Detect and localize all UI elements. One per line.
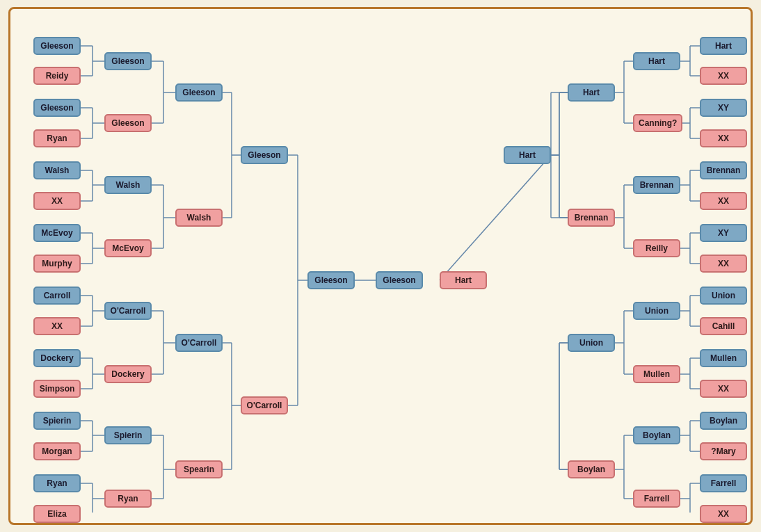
bracket-entry-r2_r1: Hart bbox=[700, 37, 747, 55]
bracket-entry-r4_1: Gleeson bbox=[241, 146, 288, 164]
bracket-entry-r2_r14: ?Mary bbox=[700, 442, 747, 460]
bracket-entry-r4_r3: Union bbox=[568, 334, 615, 352]
bracket-entry-r2_r4: XX bbox=[700, 129, 747, 147]
bracket-entry-r1_15: Ryan bbox=[33, 474, 81, 492]
bracket-entry-r2_6: Dockery bbox=[104, 365, 152, 383]
bracket-entry-r4_2: O'Carroll bbox=[241, 396, 288, 414]
bracket-entry-r1_5: Walsh bbox=[33, 161, 81, 179]
svg-line-61 bbox=[440, 155, 551, 280]
bracket-entry-r4_r4: Boylan bbox=[568, 460, 615, 478]
bracket-entry-r2_1: Gleeson bbox=[104, 52, 152, 70]
bracket-entry-r1_13: Spierin bbox=[33, 412, 81, 430]
bracket-entry-r3_r8: Farrell bbox=[633, 490, 680, 508]
bracket-entry-r2_r9: Union bbox=[700, 287, 747, 305]
bracket-entry-r1_8: Murphy bbox=[33, 255, 81, 273]
bracket-entry-r3_r3: Brennan bbox=[633, 176, 680, 194]
bracket-entry-r2_r2: XX bbox=[700, 67, 747, 85]
bracket-entry-r2_r6: XX bbox=[700, 192, 747, 210]
bracket-entry-r1_3: Gleeson bbox=[33, 99, 81, 117]
bracket-entry-r3_r1: Hart bbox=[633, 52, 680, 70]
bracket-entry-r3_3: O'Carroll bbox=[175, 334, 223, 352]
bracket-entry-r1_6: XX bbox=[33, 192, 81, 210]
bracket-entry-final_r: Hart bbox=[440, 271, 487, 289]
bracket-entry-r1_2: Reidy bbox=[33, 67, 81, 85]
bracket-inner: GleesonReidyGleesonRyanWalshXXMcEvoyMurp… bbox=[21, 19, 740, 513]
bracket-entry-r2_r11: Mullen bbox=[700, 349, 747, 367]
bracket-entry-final_l: Gleeson bbox=[376, 271, 423, 289]
bracket-entry-r1_1: Gleeson bbox=[33, 37, 81, 55]
bracket-entry-r2_r13: Boylan bbox=[700, 412, 747, 430]
bracket-entry-r1_9: Carroll bbox=[33, 287, 81, 305]
bracket-entry-r2_7: Spierin bbox=[104, 426, 152, 444]
bracket-entry-r3_1: Gleeson bbox=[175, 83, 223, 102]
bracket-entry-r2_8: Ryan bbox=[104, 490, 152, 508]
bracket-entry-r2_2: Gleeson bbox=[104, 114, 152, 132]
bracket-entry-r2_r7: XY bbox=[700, 224, 747, 242]
bracket-entry-r2_3: Walsh bbox=[104, 176, 152, 194]
bracket-entry-r3_4: Spearin bbox=[175, 460, 223, 478]
bracket-entry-r2_r16: XX bbox=[700, 505, 747, 523]
bracket-entry-r4_r2: Brennan bbox=[568, 209, 615, 227]
bracket-entry-r5_1: Gleeson bbox=[307, 271, 355, 289]
bracket-entry-r3_r6: Mullen bbox=[633, 365, 680, 383]
bracket-entry-r2_r10: Cahill bbox=[700, 317, 747, 335]
bracket-entry-r2_5: O'Carroll bbox=[104, 302, 152, 320]
bracket-entry-r1_7: McEvoy bbox=[33, 224, 81, 242]
bracket-entry-r4_r1: Hart bbox=[568, 83, 615, 102]
bracket-entry-r3_2: Walsh bbox=[175, 209, 223, 227]
bracket-entry-r1_12: Simpson bbox=[33, 380, 81, 398]
bracket-entry-r2_r8: XX bbox=[700, 255, 747, 273]
bracket-entry-r2_r15: Farrell bbox=[700, 474, 747, 492]
bracket-entry-r3_r5: Union bbox=[633, 302, 680, 320]
bracket-entry-r1_16: Eliza bbox=[33, 505, 81, 523]
bracket-entry-r2_r12: XX bbox=[700, 380, 747, 398]
bracket-entry-r1_14: Morgan bbox=[33, 442, 81, 460]
bracket-entry-r5_r: Hart bbox=[504, 146, 551, 164]
bracket-entry-r3_r7: Boylan bbox=[633, 426, 680, 444]
bracket-entry-r2_4: McEvoy bbox=[104, 239, 152, 257]
bracket-container: GleesonReidyGleesonRyanWalshXXMcEvoyMurp… bbox=[8, 7, 753, 525]
bracket-entry-r1_11: Dockery bbox=[33, 349, 81, 367]
bracket-entry-r1_10: XX bbox=[33, 317, 81, 335]
bracket-entry-r2_r5: Brennan bbox=[700, 161, 747, 179]
bracket-entry-r2_r3: XY bbox=[700, 99, 747, 117]
bracket-entry-r3_r4: Reilly bbox=[633, 239, 680, 257]
bracket-entry-r1_4: Ryan bbox=[33, 129, 81, 147]
bracket-entry-r3_r2: Canning? bbox=[633, 114, 682, 132]
